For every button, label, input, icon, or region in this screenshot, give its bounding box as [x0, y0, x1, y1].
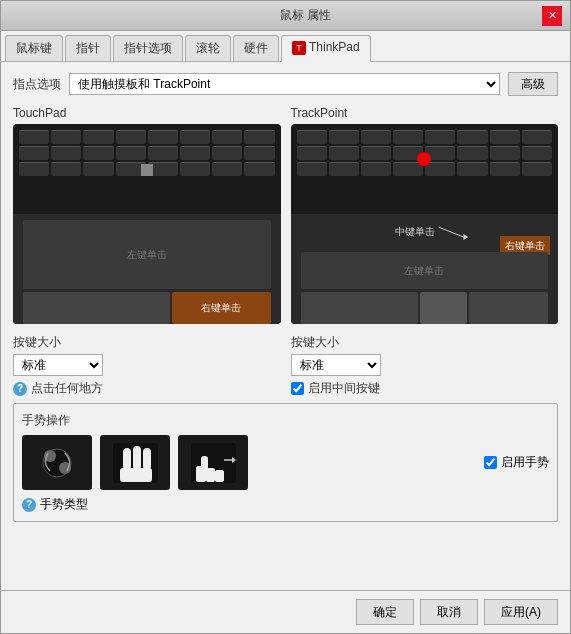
key — [83, 130, 113, 144]
touchpad-surface: 左键单击 — [23, 220, 271, 289]
key — [244, 146, 274, 160]
trackpoint-buttons — [301, 292, 549, 324]
touchpad-left-label: 左键单击 — [127, 248, 167, 262]
trackpoint-diagram: 中键单击 右键单击 左键单击 — [291, 124, 559, 324]
tab-pointer-options[interactable]: 指针选项 — [113, 35, 183, 61]
trackpoint-red-dot — [417, 152, 431, 166]
click-anywhere-row: ? 点击任何地方 — [13, 380, 281, 397]
pointer-mode-dropdown[interactable]: 使用触摸板和 TrackPoint — [69, 73, 500, 95]
gesture-img-swipe — [178, 435, 248, 490]
tab-hardware[interactable]: 硬件 — [233, 35, 279, 61]
trackpoint-left-btn[interactable] — [301, 292, 419, 324]
key — [180, 130, 210, 144]
key — [297, 130, 327, 144]
trackpoint-section: TrackPoint — [291, 106, 559, 324]
key — [361, 130, 391, 144]
middle-label: 中键单击 — [395, 225, 435, 239]
key — [148, 146, 178, 160]
key — [457, 130, 487, 144]
key — [212, 162, 242, 176]
touchpad-size-dropdown[interactable]: 标准 — [13, 354, 103, 376]
gesture-row: 启用手势 — [22, 435, 549, 490]
touchpad-diagram: 左键单击 右键单击 — [13, 124, 281, 324]
gesture-type-label: 手势类型 — [40, 496, 88, 513]
key — [51, 146, 81, 160]
key — [212, 146, 242, 160]
key — [244, 130, 274, 144]
key — [329, 162, 359, 176]
key — [19, 146, 49, 160]
gesture-help-icon[interactable]: ? — [22, 498, 36, 512]
key — [361, 146, 391, 160]
svg-line-0 — [439, 227, 464, 237]
key — [212, 130, 242, 144]
close-button[interactable]: ✕ — [542, 6, 562, 26]
middle-label-area: 中键单击 — [395, 222, 469, 242]
trackpoint-middle-btn[interactable] — [420, 292, 467, 324]
key — [83, 146, 113, 160]
devices-row: TouchPad — [13, 106, 558, 324]
key — [522, 146, 552, 160]
tab-scroll[interactable]: 滚轮 — [185, 35, 231, 61]
gesture-title: 手势操作 — [22, 412, 549, 429]
trackpoint-size-label: 按键大小 — [291, 334, 559, 351]
thinkpad-icon: T — [292, 41, 306, 55]
key — [116, 130, 146, 144]
key — [490, 162, 520, 176]
svg-rect-14 — [201, 456, 208, 474]
touchpad-right-btn[interactable]: 右键单击 — [172, 292, 270, 324]
key — [361, 162, 391, 176]
bottom-bar: 确定 取消 应用(A) — [1, 590, 570, 633]
key — [148, 130, 178, 144]
dropdown-row: 使用触摸板和 TrackPoint 高级 — [69, 72, 558, 96]
touchpad-size-section: 按键大小 标准 ? 点击任何地方 — [13, 334, 281, 397]
tab-mousekeys[interactable]: 鼠标键 — [5, 35, 63, 61]
key — [297, 162, 327, 176]
key — [522, 162, 552, 176]
key — [116, 146, 146, 160]
tab-thinkpad[interactable]: TThinkPad — [281, 35, 371, 62]
key — [329, 146, 359, 160]
apply-button[interactable]: 应用(A) — [484, 599, 558, 625]
cancel-button[interactable]: 取消 — [420, 599, 478, 625]
key — [19, 162, 49, 176]
ok-button[interactable]: 确定 — [356, 599, 414, 625]
trackpoint-size-dropdown[interactable]: 标准 — [291, 354, 381, 376]
key — [51, 162, 81, 176]
key — [425, 162, 455, 176]
help-icon[interactable]: ? — [13, 382, 27, 396]
enable-gesture-checkbox[interactable] — [484, 456, 497, 469]
pointer-options-row: 指点选项 使用触摸板和 TrackPoint 高级 — [13, 72, 558, 96]
svg-rect-6 — [123, 448, 131, 470]
size-row: 按键大小 标准 ? 点击任何地方 按键大小 标准 — [13, 334, 558, 397]
trackpoint-surface: 左键单击 — [301, 252, 549, 289]
middle-btn-checkbox[interactable] — [291, 382, 304, 395]
svg-rect-8 — [143, 448, 151, 470]
three-finger-svg — [108, 438, 163, 488]
svg-rect-9 — [120, 468, 152, 482]
advanced-button[interactable]: 高级 — [508, 72, 558, 96]
touchpad-title: TouchPad — [13, 106, 281, 120]
title-controls: ✕ — [542, 6, 562, 26]
title-bar: 鼠标 属性 ✕ — [1, 1, 570, 31]
finger-dot — [141, 164, 153, 176]
touchpad-right-btn-label: 右键单击 — [201, 301, 241, 315]
touchpad-size-label: 按键大小 — [13, 334, 281, 351]
key — [490, 130, 520, 144]
tab-pointer[interactable]: 指针 — [65, 35, 111, 61]
trackpoint-right-btn[interactable] — [469, 292, 548, 324]
touchpad-left-btn[interactable] — [23, 292, 170, 324]
click-anywhere-label: 点击任何地方 — [31, 380, 103, 397]
key — [522, 130, 552, 144]
trackpoint-size-section: 按键大小 标准 启用中间按键 — [291, 334, 559, 397]
touchpad-section: TouchPad — [13, 106, 281, 324]
touchpad-buttons: 右键单击 — [23, 292, 271, 324]
arrow-svg — [439, 222, 469, 242]
gesture-img-rotate — [22, 435, 92, 490]
svg-marker-1 — [464, 234, 469, 240]
window-title: 鼠标 属性 — [69, 7, 542, 24]
svg-rect-7 — [133, 446, 141, 470]
gesture-section: 手势操作 — [13, 403, 558, 522]
touchpad-area: 左键单击 右键单击 — [13, 214, 281, 324]
key — [297, 146, 327, 160]
